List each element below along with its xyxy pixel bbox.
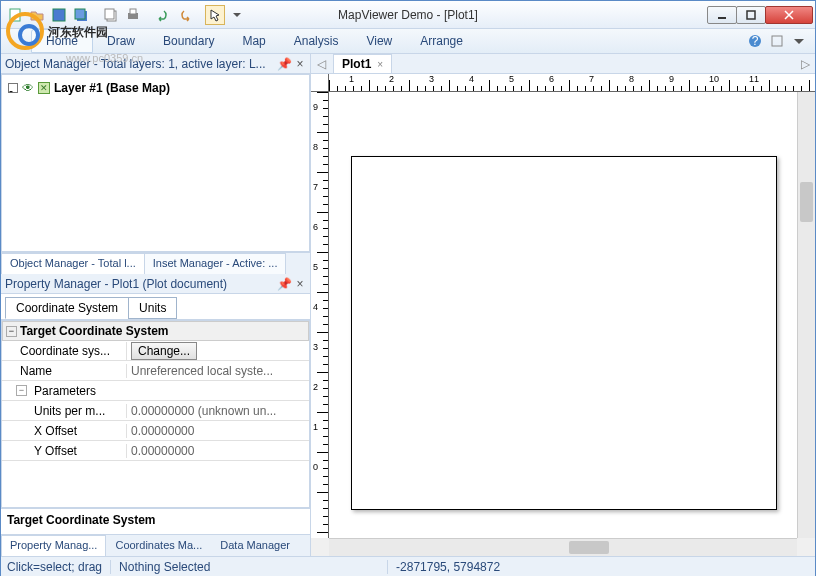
menu-map[interactable]: Map bbox=[228, 30, 279, 52]
document-tab[interactable]: Plot1 × bbox=[333, 54, 392, 73]
help-icon[interactable]: ? bbox=[747, 33, 763, 49]
tab-object-manager[interactable]: Object Manager - Total l... bbox=[1, 253, 145, 274]
menu-home[interactable]: Home bbox=[31, 29, 93, 53]
copy-icon[interactable] bbox=[101, 5, 121, 25]
ruler-corner bbox=[311, 74, 329, 92]
expand-icon[interactable]: - bbox=[8, 83, 18, 93]
close-tab-icon[interactable]: × bbox=[377, 59, 383, 70]
property-grid: − Target Coordinate System Coordinate sy… bbox=[1, 320, 310, 508]
layer-status-icon[interactable]: ✕ bbox=[38, 82, 50, 94]
status-bar: Click=select; drag Nothing Selected -287… bbox=[1, 556, 815, 576]
open-icon[interactable] bbox=[27, 5, 47, 25]
object-manager-header: Object Manager - Total layers: 1, active… bbox=[1, 54, 310, 74]
svg-rect-5 bbox=[105, 9, 114, 19]
tab-property-manager[interactable]: Property Manag... bbox=[1, 535, 106, 556]
redo-icon[interactable] bbox=[175, 5, 195, 25]
window-title: MapViewer Demo - [Plot1] bbox=[338, 8, 478, 22]
tab-units[interactable]: Units bbox=[128, 297, 177, 319]
collapse-icon[interactable]: − bbox=[16, 385, 27, 396]
page bbox=[351, 156, 777, 510]
svg-rect-8 bbox=[718, 17, 726, 19]
svg-rect-1 bbox=[53, 9, 65, 21]
menu-bar: Home Draw Boundary Map Analysis View Arr… bbox=[1, 29, 815, 54]
tab-scroll-right-icon[interactable]: ▷ bbox=[799, 58, 811, 70]
canvas-area: 1234567891011 9876543210 bbox=[311, 74, 815, 556]
svg-rect-7 bbox=[130, 9, 136, 14]
prop-label: Name bbox=[2, 364, 126, 378]
close-pane-icon[interactable]: × bbox=[294, 278, 306, 290]
prop-label: Y Offset bbox=[2, 444, 126, 458]
status-coordinates: -2871795, 5794872 bbox=[396, 560, 500, 574]
pin-icon[interactable]: 📌 bbox=[278, 58, 290, 70]
menu-boundary[interactable]: Boundary bbox=[149, 30, 228, 52]
title-bar: MapViewer Demo - [Plot1] bbox=[1, 1, 815, 29]
property-description: Target Coordinate System bbox=[1, 508, 310, 534]
object-manager-body: - 👁 ✕ Layer #1 (Base Map) bbox=[1, 74, 310, 252]
undo-icon[interactable] bbox=[153, 5, 173, 25]
property-manager-header: Property Manager - Plot1 (Plot document)… bbox=[1, 274, 310, 294]
prop-value[interactable]: 0.00000000 bbox=[126, 444, 309, 458]
quick-access-toolbar bbox=[1, 5, 247, 25]
options-icon[interactable] bbox=[769, 33, 785, 49]
prop-value[interactable]: 0.00000000 bbox=[126, 424, 309, 438]
horizontal-scrollbar[interactable] bbox=[329, 538, 797, 556]
pointer-icon[interactable] bbox=[205, 5, 225, 25]
qat-dropdown-icon[interactable] bbox=[227, 5, 247, 25]
svg-text:?: ? bbox=[752, 34, 759, 48]
prop-label: Parameters bbox=[30, 384, 309, 398]
prop-value: Unreferenced local syste... bbox=[126, 364, 309, 378]
vertical-scrollbar[interactable] bbox=[797, 92, 815, 538]
canvas[interactable] bbox=[329, 92, 797, 538]
prop-label: X Offset bbox=[2, 424, 126, 438]
menu-arrange[interactable]: Arrange bbox=[406, 30, 477, 52]
tab-coordinates-manager[interactable]: Coordinates Ma... bbox=[106, 535, 211, 556]
save-icon[interactable] bbox=[49, 5, 69, 25]
close-pane-icon[interactable]: × bbox=[294, 58, 306, 70]
section-header: Target Coordinate System bbox=[20, 324, 168, 338]
prop-label: Coordinate sys... bbox=[2, 344, 126, 358]
tab-scroll-left-icon[interactable]: ◁ bbox=[315, 58, 327, 70]
collapse-icon[interactable]: − bbox=[6, 326, 17, 337]
status-selection: Nothing Selected bbox=[119, 560, 379, 574]
layer-row[interactable]: - 👁 ✕ Layer #1 (Base Map) bbox=[8, 81, 303, 95]
status-hint: Click=select; drag bbox=[7, 560, 102, 574]
horizontal-ruler: 1234567891011 bbox=[329, 74, 815, 92]
document-tab-bar: ◁ Plot1 × ▷ bbox=[311, 54, 815, 74]
prop-value[interactable]: 0.00000000 (unknown un... bbox=[126, 404, 309, 418]
tab-coordinate-system[interactable]: Coordinate System bbox=[5, 297, 129, 319]
menu-draw[interactable]: Draw bbox=[93, 30, 149, 52]
save-all-icon[interactable] bbox=[71, 5, 91, 25]
svg-rect-0 bbox=[10, 9, 20, 21]
close-button[interactable] bbox=[765, 6, 813, 24]
layer-name: Layer #1 (Base Map) bbox=[54, 81, 170, 95]
change-button[interactable]: Change... bbox=[131, 342, 197, 360]
collapse-ribbon-icon[interactable] bbox=[791, 33, 807, 49]
svg-rect-9 bbox=[747, 11, 755, 19]
svg-rect-12 bbox=[772, 36, 782, 46]
maximize-button[interactable] bbox=[736, 6, 766, 24]
svg-rect-3 bbox=[75, 9, 85, 19]
new-doc-icon[interactable] bbox=[5, 5, 25, 25]
print-icon[interactable] bbox=[123, 5, 143, 25]
menu-view[interactable]: View bbox=[352, 30, 406, 52]
prop-label: Units per m... bbox=[2, 404, 126, 418]
tab-data-manager[interactable]: Data Manager bbox=[211, 535, 299, 556]
pin-icon[interactable]: 📌 bbox=[278, 278, 290, 290]
tab-inset-manager[interactable]: Inset Manager - Active: ... bbox=[144, 253, 287, 274]
minimize-button[interactable] bbox=[707, 6, 737, 24]
document-tab-label: Plot1 bbox=[342, 57, 371, 71]
vertical-ruler: 9876543210 bbox=[311, 92, 329, 538]
visibility-icon[interactable]: 👁 bbox=[22, 81, 34, 95]
menu-analysis[interactable]: Analysis bbox=[280, 30, 353, 52]
